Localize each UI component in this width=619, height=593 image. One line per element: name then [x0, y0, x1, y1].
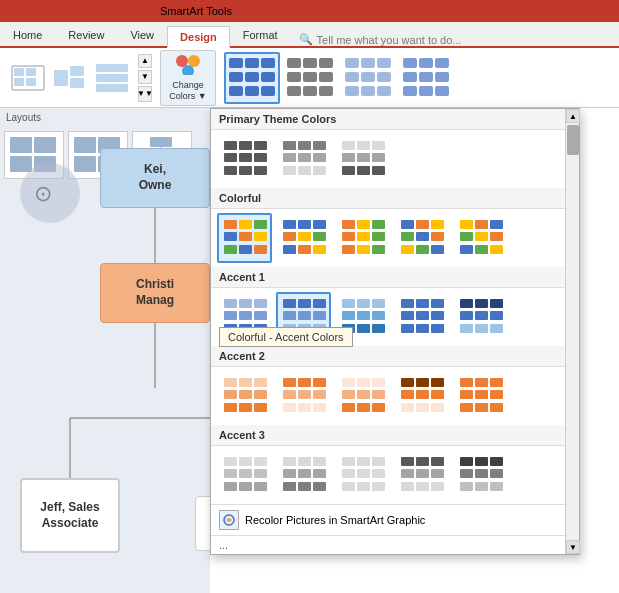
colorful-option-1[interactable]	[217, 213, 272, 263]
svg-rect-135	[475, 220, 488, 229]
svg-rect-126	[416, 220, 429, 229]
svg-rect-33	[361, 58, 375, 68]
svg-rect-224	[460, 378, 473, 387]
svg-rect-92	[342, 153, 355, 162]
accent2-option-3[interactable]	[335, 371, 390, 421]
accent3-option-3[interactable]	[335, 450, 390, 500]
svg-rect-235	[254, 457, 267, 466]
svg-rect-80	[283, 141, 296, 150]
svg-rect-5	[54, 70, 68, 86]
style-3[interactable]	[340, 52, 396, 104]
primary-color-1[interactable]	[217, 134, 272, 184]
accent2-option-2[interactable]	[276, 371, 331, 421]
style-2[interactable]	[282, 52, 338, 104]
svg-rect-123	[357, 245, 370, 254]
svg-rect-242	[283, 457, 296, 466]
svg-rect-225	[475, 378, 488, 387]
svg-rect-153	[298, 299, 311, 308]
svg-rect-6	[70, 66, 84, 76]
scroll-thumb[interactable]	[567, 125, 579, 155]
scroll-up-btn[interactable]: ▲	[138, 54, 152, 68]
diagram-node-kei[interactable]: Kei,Owne	[100, 148, 210, 208]
svg-rect-100	[254, 220, 267, 229]
svg-rect-146	[224, 311, 237, 320]
diagram-node-christi[interactable]: ChristiManag	[100, 263, 210, 323]
svg-rect-74	[224, 153, 237, 162]
svg-rect-177	[416, 324, 429, 333]
svg-rect-164	[342, 311, 355, 320]
svg-rect-191	[224, 390, 237, 399]
svg-rect-247	[313, 469, 326, 478]
smartart-styles-group	[224, 52, 454, 104]
svg-rect-117	[357, 220, 370, 229]
svg-rect-222	[416, 403, 429, 412]
style-4[interactable]	[398, 52, 454, 104]
recolor-label: Recolor Pictures in SmartArt Graphic	[245, 514, 425, 526]
primary-color-3[interactable]	[335, 134, 390, 184]
svg-rect-264	[416, 469, 429, 478]
svg-rect-192	[239, 390, 252, 399]
scroll-down-btn[interactable]: ▼	[138, 70, 152, 84]
style-selected[interactable]	[224, 52, 280, 104]
svg-rect-198	[298, 378, 311, 387]
tab-design[interactable]: Design	[167, 26, 230, 48]
accent3-option-1[interactable]	[217, 450, 272, 500]
svg-rect-15	[245, 58, 259, 68]
accent3-option-2[interactable]	[276, 450, 331, 500]
accent1-color-options	[211, 288, 579, 346]
colorful-option-5[interactable]	[453, 213, 508, 263]
more-options-row[interactable]: ...	[211, 535, 579, 554]
svg-rect-72	[239, 141, 252, 150]
accent1-option-5[interactable]	[453, 292, 508, 342]
tab-home[interactable]: Home	[0, 24, 55, 46]
accent1-option-4[interactable]	[394, 292, 449, 342]
tab-review[interactable]: Review	[55, 24, 117, 46]
colorful-option-2[interactable]	[276, 213, 331, 263]
svg-rect-187	[490, 324, 503, 333]
scroll-expand-btn[interactable]: ▼▼	[138, 86, 152, 102]
change-colors-button[interactable]: ChangeColors ▼	[160, 50, 216, 106]
accent3-option-4[interactable]	[394, 450, 449, 500]
scroll-down-button[interactable]: ▼	[566, 540, 580, 554]
svg-rect-109	[313, 220, 326, 229]
tab-format[interactable]: Format	[230, 24, 291, 46]
svg-rect-155	[283, 311, 296, 320]
primary-color-2[interactable]	[276, 134, 331, 184]
svg-rect-273	[475, 469, 488, 478]
svg-rect-106	[254, 245, 267, 254]
accent1-option-2[interactable]	[276, 292, 331, 342]
svg-rect-207	[357, 378, 370, 387]
scroll-up-button[interactable]: ▲	[566, 109, 580, 123]
tab-view[interactable]: View	[117, 24, 167, 46]
svg-rect-268	[431, 482, 444, 491]
svg-rect-10	[96, 84, 128, 92]
svg-rect-119	[342, 232, 355, 241]
layout-icon-1[interactable]	[8, 54, 48, 102]
accent3-option-5[interactable]	[453, 450, 508, 500]
colorful-option-4[interactable]	[394, 213, 449, 263]
svg-rect-185	[460, 324, 473, 333]
svg-rect-158	[283, 324, 296, 333]
svg-rect-140	[460, 245, 473, 254]
svg-rect-142	[490, 245, 503, 254]
svg-rect-136	[490, 220, 503, 229]
svg-rect-133	[431, 245, 444, 254]
accent2-option-1[interactable]	[217, 371, 272, 421]
svg-rect-184	[490, 311, 503, 320]
accent1-option-1[interactable]	[217, 292, 272, 342]
svg-rect-246	[298, 469, 311, 478]
layout-icon-2[interactable]	[50, 54, 90, 102]
svg-rect-111	[298, 232, 311, 241]
colorful-option-3[interactable]	[335, 213, 390, 263]
diagram-node-jeff[interactable]: Jeff, SalesAssociate	[20, 478, 120, 553]
accent1-option-3[interactable]	[335, 292, 390, 342]
svg-rect-1	[14, 68, 24, 76]
svg-rect-90	[357, 141, 370, 150]
accent2-option-5[interactable]	[453, 371, 508, 421]
svg-rect-3	[14, 78, 24, 86]
svg-rect-138	[475, 232, 488, 241]
recolor-pictures-button[interactable]: Recolor Pictures in SmartArt Graphic	[211, 504, 579, 535]
svg-rect-275	[460, 482, 473, 491]
layout-icon-3[interactable]	[92, 54, 132, 102]
accent2-option-4[interactable]	[394, 371, 449, 421]
